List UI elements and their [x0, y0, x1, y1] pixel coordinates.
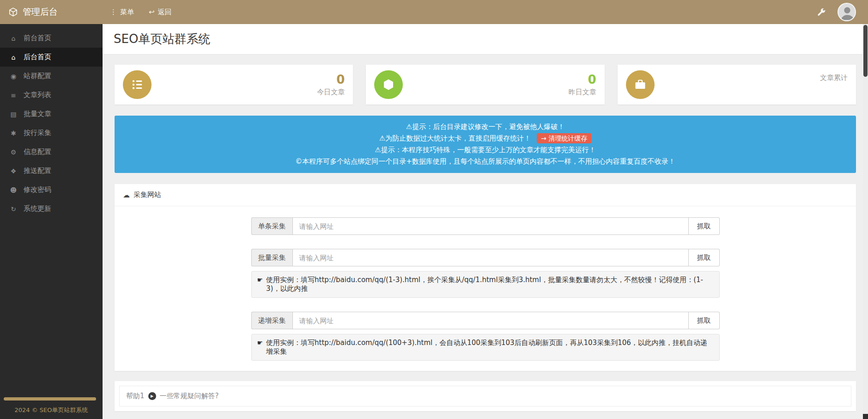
single-collect-input[interactable]: [292, 217, 689, 235]
brand[interactable]: 管理后台: [0, 6, 103, 18]
sidebar-item-label: 推送配置: [24, 166, 51, 175]
ordered-list-icon: [123, 70, 152, 99]
home-icon: ⌂: [9, 54, 18, 61]
increment-fetch-button[interactable]: 抓取: [689, 312, 720, 329]
sidebar-item-sites-config[interactable]: ◉ 站群配置: [0, 67, 103, 86]
sidebar-item-label: 后台首页: [24, 53, 51, 62]
notice-line-1: ⚠提示：后台目录建议修改一下，避免被他人爆破！: [120, 121, 850, 133]
sidebar-item-label: 批量文章: [24, 110, 51, 118]
avatar[interactable]: [838, 3, 856, 21]
help-1-prefix: 帮助1: [126, 392, 145, 401]
stat-label: 昨日文章: [569, 88, 596, 97]
sidebar-item-front-home[interactable]: ⌂ 前台首页: [0, 29, 103, 48]
sidebar-item-label: 文章列表: [24, 91, 51, 99]
help-1-toggle[interactable]: 帮助1 ▶ 一些常规疑问解答?: [119, 386, 851, 407]
increment-collect-input[interactable]: [292, 312, 689, 329]
increment-help-text: 使用实例：填写http://baidu.com/qq/(100+3).html，…: [266, 339, 713, 356]
topbar-actions: ⋮ 菜单 ↩ 返回: [103, 8, 172, 17]
stat-label: 文章累计: [820, 74, 848, 82]
main-area: SEO单页站群系统 0 今日文章: [103, 24, 868, 419]
collect-row-single: 单条采集 抓取: [251, 217, 720, 235]
list-icon: ≡: [9, 92, 18, 99]
refresh-icon: ↻: [9, 205, 18, 213]
asterisk-icon: ✱: [9, 129, 18, 137]
single-collect-label: 单条采集: [251, 217, 292, 235]
sidebar-scrollbar-thumb[interactable]: [4, 397, 96, 401]
collect-panel-title: 采集网站: [134, 191, 161, 199]
sidebar-item-label: 前台首页: [24, 34, 51, 43]
notice-banner: ⚠提示：后台目录建议修改一下，避免被他人爆破！ ⚠为防止数据过大统计太卡，直接启…: [115, 116, 856, 173]
cube-logo-icon: [8, 7, 18, 17]
page-title: SEO单页站群系统: [103, 24, 868, 55]
menu-button[interactable]: ⋮ 菜单: [110, 8, 134, 17]
topbar: 管理后台 ⋮ 菜单 ↩ 返回: [0, 0, 868, 24]
dashboard-icon: ◉: [9, 73, 18, 80]
topbar-right: [817, 3, 868, 21]
collect-panel: ☁ 采集网站 单条采集 抓取 批量采集: [115, 184, 856, 371]
sidebar-item-line-collect[interactable]: ✱ 按行采集: [0, 123, 103, 142]
sidebar-item-label: 站群配置: [24, 72, 51, 80]
batch-fetch-button[interactable]: 抓取: [689, 249, 720, 266]
batch-collect-label: 批量采集: [251, 249, 292, 266]
notice-line-2: ⚠为防止数据过大统计太卡，直接启用缓存统计！ → 清理统计缓存: [120, 133, 850, 144]
sidebar-item-system-update[interactable]: ↻ 系统更新: [0, 199, 103, 218]
clear-cache-button[interactable]: → 清理统计缓存: [537, 133, 591, 143]
wrench-icon[interactable]: [817, 8, 826, 17]
user-icon: ☻: [9, 186, 18, 194]
briefcase-icon: [626, 70, 655, 99]
sidebar-item-batch-articles[interactable]: ▤ 批量文章: [0, 105, 103, 123]
vertical-scrollbar-thumb[interactable]: [863, 25, 868, 77]
stat-value: 0: [569, 73, 596, 86]
sidebar-item-push-config[interactable]: ❖ 推送配置: [0, 161, 103, 180]
sidebar-footer: 2024 © SEO单页站群系统: [0, 406, 103, 414]
help-panel-1: 帮助1 ▶ 一些常规疑问解答?: [115, 381, 856, 411]
book-icon: ▤: [9, 111, 18, 118]
sidebar-item-label: 按行采集: [24, 129, 51, 137]
menu-icon: ⋮: [110, 8, 117, 16]
collect-row-increment: 递增采集 抓取 ☛ 使用实例：填写http://baidu.com/qq/(10…: [251, 312, 720, 361]
clear-cache-label: 清理统计缓存: [548, 135, 587, 142]
back-label: 返回: [158, 8, 172, 17]
scrollbar-corner: [863, 414, 868, 419]
batch-collect-input[interactable]: [292, 249, 689, 266]
users-icon: ❖: [9, 167, 18, 175]
sidebar-item-label: 修改密码: [24, 185, 51, 194]
stat-card-yesterday: 0 昨日文章: [366, 65, 604, 105]
stats-row: 0 今日文章 0 昨日文章: [115, 65, 856, 105]
sidebar-item-admin-home[interactable]: ⌂ 后台首页: [0, 48, 103, 67]
menu-label: 菜单: [120, 8, 134, 17]
batch-help-text: 使用实例：填写http://baidu.com/qq/(1-3).html，挨个…: [266, 276, 713, 293]
sidebar-item-article-list[interactable]: ≡ 文章列表: [0, 86, 103, 105]
collect-panel-header: ☁ 采集网站: [115, 184, 856, 206]
arrow-icon: →: [541, 135, 546, 142]
home-icon: ⌂: [9, 35, 18, 42]
batch-help-box: ☛ 使用实例：填写http://baidu.com/qq/(1-3).html，…: [251, 271, 720, 298]
sidebar-item-label: 系统更新: [24, 204, 51, 213]
sidebar-item-label: 信息配置: [24, 148, 51, 156]
vertical-scrollbar[interactable]: [863, 24, 868, 419]
sidebar-nav: ⌂ 前台首页 ⌂ 后台首页 ◉ 站群配置 ≡ 文章列表 ▤ 批量文章 ✱ 按行采…: [0, 24, 103, 218]
tip-icon: ☛: [257, 276, 263, 283]
single-fetch-button[interactable]: 抓取: [689, 217, 720, 235]
stat-card-total: 文章累计: [618, 65, 856, 105]
circle-arrow-icon: ▶: [148, 392, 156, 400]
gear-icon: ⚙: [9, 148, 18, 156]
hexagon-icon: [374, 70, 403, 99]
tip-icon: ☛: [257, 339, 263, 346]
back-button[interactable]: ↩ 返回: [149, 8, 172, 17]
increment-collect-label: 递增采集: [251, 312, 292, 329]
back-icon: ↩: [149, 8, 155, 16]
stat-value: 0: [317, 73, 345, 86]
notice-line-2-text: ⚠为防止数据过大统计太卡，直接启用缓存统计！: [379, 134, 531, 142]
increment-help-box: ☛ 使用实例：填写http://baidu.com/qq/(100+3).htm…: [251, 334, 720, 361]
help-1-text: 一些常规疑问解答?: [160, 392, 219, 401]
cloud-icon: ☁: [123, 191, 130, 199]
collect-row-batch: 批量采集 抓取 ☛ 使用实例：填写http://baidu.com/qq/(1-…: [251, 249, 720, 298]
sidebar-item-info-config[interactable]: ⚙ 信息配置: [0, 142, 103, 161]
stat-label: 今日文章: [317, 88, 345, 97]
sidebar-item-change-password[interactable]: ☻ 修改密码: [0, 180, 103, 199]
stat-card-today: 0 今日文章: [115, 65, 353, 105]
notice-line-4: ©本程序可多个站点绑定同一个目录+数据库使用，且每个站点所展示的单页内容都不一样…: [120, 156, 850, 167]
sidebar: ⌂ 前台首页 ⌂ 后台首页 ◉ 站群配置 ≡ 文章列表 ▤ 批量文章 ✱ 按行采…: [0, 24, 103, 419]
notice-line-3: ⚠提示：本程序技巧特殊，一般需要至少上万的文章才能支撑完美运行！: [120, 144, 850, 156]
